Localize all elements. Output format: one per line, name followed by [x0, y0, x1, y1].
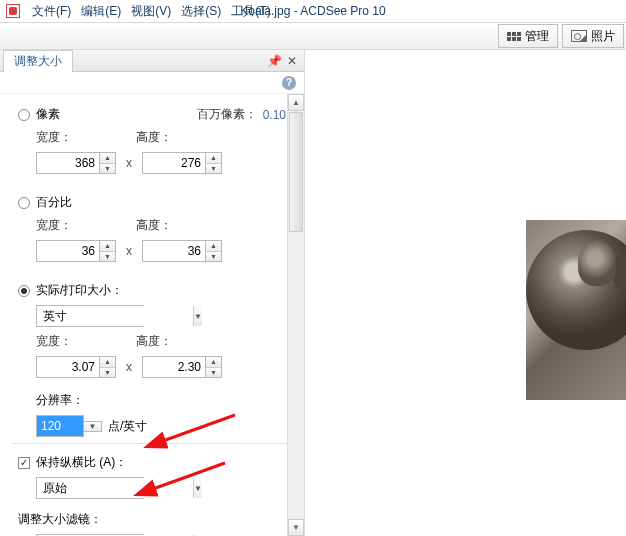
resolution-input[interactable]: ▼: [36, 415, 102, 437]
scroll-thumb[interactable]: [289, 112, 303, 232]
pct-height-input[interactable]: ▲▼: [142, 240, 222, 262]
scroll-down-icon[interactable]: ▼: [288, 519, 304, 536]
pin-icon[interactable]: 📌: [266, 53, 282, 69]
px-height-label: 高度：: [136, 129, 196, 146]
resize-panel: 调整大小 📌 ✕ ? 像素 百万像素： 0.10 宽度： 高度： ▲▼: [0, 50, 305, 536]
tab-resize[interactable]: 调整大小: [3, 50, 73, 72]
act-width-input[interactable]: ▲▼: [36, 356, 116, 378]
px-width-input[interactable]: ▲▼: [36, 152, 116, 174]
chevron-up-icon[interactable]: ▲: [206, 357, 221, 368]
px-height-input[interactable]: ▲▼: [142, 152, 222, 174]
radio-percent[interactable]: [18, 197, 30, 209]
chevron-down-icon[interactable]: ▼: [100, 164, 115, 174]
chevron-down-icon[interactable]: ▼: [100, 252, 115, 262]
chevron-up-icon[interactable]: ▲: [206, 241, 221, 252]
pixels-label: 像素: [36, 106, 60, 123]
chevron-down-icon[interactable]: ▼: [193, 306, 202, 326]
resolution-label: 分辨率：: [36, 392, 84, 409]
chevron-down-icon[interactable]: ▼: [206, 164, 221, 174]
close-icon[interactable]: ✕: [284, 53, 300, 69]
menu-edit[interactable]: 编辑(E): [77, 1, 125, 22]
photos-button[interactable]: 照片: [562, 24, 624, 48]
filter-label: 调整大小滤镜：: [18, 511, 102, 528]
chevron-up-icon[interactable]: ▲: [100, 241, 115, 252]
main-toolbar: 管理 照片: [0, 22, 626, 50]
scroll-up-icon[interactable]: ▲: [288, 94, 304, 111]
manage-button[interactable]: 管理: [498, 24, 558, 48]
radio-actual[interactable]: [18, 285, 30, 297]
photos-label: 照片: [591, 28, 615, 45]
chevron-up-icon[interactable]: ▲: [100, 357, 115, 368]
app-icon: [6, 4, 20, 18]
megapixels-value: 0.10: [263, 108, 286, 122]
aspect-label: 保持纵横比 (A)：: [36, 454, 127, 471]
chevron-up-icon[interactable]: ▲: [206, 153, 221, 164]
resolution-unit: 点/英寸: [108, 418, 147, 435]
panel-tabstrip: 调整大小 📌 ✕: [0, 50, 304, 72]
x-separator: x: [126, 156, 132, 170]
px-width-label: 宽度：: [36, 129, 96, 146]
photo-icon: [571, 30, 587, 42]
aspect-checkbox[interactable]: [18, 457, 30, 469]
chevron-down-icon[interactable]: ▼: [206, 368, 221, 378]
pct-width-input[interactable]: ▲▼: [36, 240, 116, 262]
aspect-select[interactable]: ▼: [36, 477, 144, 499]
menu-view[interactable]: 视图(V): [127, 1, 175, 22]
act-width-label: 宽度：: [36, 333, 96, 350]
menu-select[interactable]: 选择(S): [177, 1, 225, 22]
menu-file[interactable]: 文件(F): [28, 1, 75, 22]
chevron-up-icon[interactable]: ▲: [100, 153, 115, 164]
grid-icon: [507, 32, 521, 41]
act-height-label: 高度：: [136, 333, 196, 350]
chevron-down-icon[interactable]: ▼: [84, 421, 102, 432]
radio-pixels[interactable]: [18, 109, 30, 121]
pct-width-label: 宽度：: [36, 217, 96, 234]
chevron-down-icon[interactable]: ▼: [206, 252, 221, 262]
help-icon[interactable]: ?: [282, 76, 296, 90]
megapixels-label: 百万像素：: [197, 106, 257, 123]
percent-label: 百分比: [36, 194, 72, 211]
pct-height-label: 高度：: [136, 217, 196, 234]
panel-scrollbar[interactable]: ▲ ▼: [287, 94, 304, 536]
preview-image: [526, 220, 626, 400]
actual-label: 实际/打印大小：: [36, 282, 123, 299]
window-title: Koala.jpg - ACDSee Pro 10: [240, 4, 385, 18]
x-separator: x: [126, 244, 132, 258]
chevron-down-icon[interactable]: ▼: [100, 368, 115, 378]
x-separator: x: [126, 360, 132, 374]
chevron-down-icon[interactable]: ▼: [193, 478, 202, 498]
act-height-input[interactable]: ▲▼: [142, 356, 222, 378]
manage-label: 管理: [525, 28, 549, 45]
unit-select[interactable]: ▼: [36, 305, 144, 327]
image-canvas: [305, 50, 626, 536]
